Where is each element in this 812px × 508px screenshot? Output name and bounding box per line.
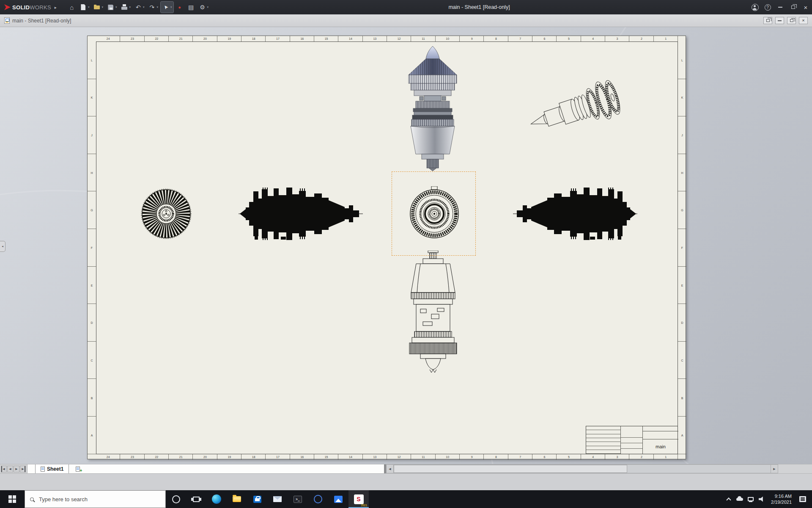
first-sheet-button[interactable]: ◀ bbox=[1, 466, 7, 472]
search-input[interactable] bbox=[38, 496, 144, 503]
drawing-view-left[interactable] bbox=[239, 186, 363, 242]
select-button[interactable]: ➤▾ bbox=[161, 2, 173, 13]
redo-dropdown-arrow[interactable]: ▾ bbox=[156, 6, 158, 9]
drawing-view-isometric[interactable] bbox=[524, 67, 629, 149]
account-button[interactable] bbox=[749, 0, 761, 14]
close-document-button[interactable]: × bbox=[799, 17, 808, 24]
settings-button[interactable]: ⚙▾ bbox=[198, 2, 210, 13]
user-icon bbox=[752, 4, 759, 11]
zone-label: 13 bbox=[363, 454, 387, 460]
volume-button[interactable] bbox=[756, 490, 767, 508]
new-document-button[interactable]: ▾ bbox=[78, 2, 91, 13]
open-dropdown-arrow[interactable]: ▾ bbox=[102, 6, 103, 9]
zone-label: 15 bbox=[314, 454, 338, 460]
drawing-sheet[interactable]: 242322212019181716151413121110987654321 … bbox=[87, 36, 686, 459]
save-button[interactable]: ▾ bbox=[106, 2, 118, 13]
zone-label: F bbox=[678, 229, 686, 267]
redo-button[interactable]: ↷▾ bbox=[147, 2, 159, 13]
print-button[interactable]: ▾ bbox=[119, 2, 132, 13]
taskbar-apps: >_S2021 bbox=[166, 490, 369, 508]
action-center-button[interactable] bbox=[793, 490, 812, 508]
sheet-format-button[interactable]: ▤ bbox=[186, 2, 196, 13]
close-button[interactable]: × bbox=[799, 0, 812, 14]
solidworks-icon: S bbox=[354, 494, 364, 504]
redo-icon: ↷ bbox=[148, 3, 156, 11]
zone-label: 3 bbox=[605, 36, 629, 41]
file-explorer-taskbar-button[interactable] bbox=[227, 490, 247, 508]
save-dropdown-arrow[interactable]: ▾ bbox=[115, 6, 117, 9]
add-sheet-button[interactable]: + bbox=[73, 464, 82, 473]
sheet-format-icon: ▤ bbox=[187, 3, 195, 11]
home-button[interactable]: ⌂ bbox=[67, 2, 77, 13]
last-sheet-button[interactable]: ▶ bbox=[20, 466, 26, 472]
scrollbar-thumb[interactable] bbox=[394, 465, 627, 473]
prev-sheet-button[interactable]: ◀ bbox=[7, 466, 13, 472]
scroll-left-arrow[interactable]: ◀ bbox=[387, 465, 394, 473]
task-view-taskbar-button[interactable] bbox=[186, 490, 206, 508]
scroll-right-arrow[interactable]: ▶ bbox=[771, 465, 778, 473]
media-app-taskbar-button[interactable] bbox=[308, 490, 328, 508]
media-app-icon bbox=[314, 495, 322, 503]
edge-taskbar-button[interactable] bbox=[206, 490, 227, 508]
record-button[interactable]: ● bbox=[175, 2, 185, 13]
tray-expand-icon bbox=[726, 497, 731, 502]
zone-label: 9 bbox=[460, 454, 484, 460]
selected-view-outline[interactable] bbox=[392, 171, 476, 256]
cortana-taskbar-button[interactable] bbox=[166, 490, 186, 508]
tray-expand-button[interactable] bbox=[723, 490, 734, 508]
undo-button[interactable]: ↶▾ bbox=[133, 2, 146, 13]
minimize-button[interactable] bbox=[774, 0, 787, 14]
start-button[interactable] bbox=[0, 490, 25, 508]
restore-document-button[interactable] bbox=[787, 17, 796, 24]
drawing-view-far-left[interactable] bbox=[139, 186, 194, 241]
taskbar-clock[interactable]: 9:16 AM 2/19/2021 bbox=[767, 490, 793, 508]
drawing-view-right[interactable] bbox=[513, 186, 637, 242]
zone-label: J bbox=[678, 116, 686, 154]
taskbar-search[interactable] bbox=[25, 490, 166, 508]
terminal-taskbar-button[interactable]: >_ bbox=[288, 490, 308, 508]
settings-dropdown-arrow[interactable]: ▾ bbox=[207, 6, 209, 9]
photos-app-taskbar-button[interactable] bbox=[328, 490, 348, 508]
help-button[interactable]: ? bbox=[761, 0, 774, 14]
drawing-view-bottom[interactable] bbox=[408, 251, 458, 376]
clock-date: 2/19/2021 bbox=[771, 500, 792, 505]
zone-label: 22 bbox=[145, 454, 169, 460]
cortana-icon bbox=[172, 495, 180, 503]
onedrive-button[interactable] bbox=[734, 490, 745, 508]
document-titlebar: main - Sheet1 [Read-only] × bbox=[0, 14, 812, 27]
taskbar: >_S2021 9:16 AM 2/19/2021 bbox=[0, 490, 812, 508]
drawing-view-top[interactable] bbox=[405, 45, 460, 172]
store-taskbar-button[interactable] bbox=[247, 490, 267, 508]
tab-sheet1[interactable]: Sheet1 bbox=[35, 464, 69, 473]
new-document-dropdown-arrow[interactable]: ▾ bbox=[88, 6, 90, 9]
title-block: main bbox=[586, 426, 678, 454]
zone-label: 10 bbox=[436, 454, 460, 460]
title-block-info-cells bbox=[621, 426, 643, 454]
minimize-document-button[interactable] bbox=[775, 17, 784, 24]
horizontal-scrollbar[interactable]: ◀ ▶ bbox=[386, 464, 778, 473]
zone-label: K bbox=[678, 79, 686, 117]
maximize-button[interactable] bbox=[787, 0, 799, 14]
settings-icon: ⚙ bbox=[199, 3, 206, 11]
cascade-document-button[interactable] bbox=[763, 17, 772, 24]
zone-label: 24 bbox=[96, 454, 120, 460]
undo-dropdown-arrow[interactable]: ▾ bbox=[143, 6, 145, 9]
solidworks-window: SOLIDWORKS ▸ ⌂▾▾▾▾↶▾↷▾➤▾●▤⚙▾ main - Shee… bbox=[0, 0, 812, 508]
panel-collapse-arrow[interactable]: ◂ bbox=[0, 241, 5, 252]
open-icon bbox=[93, 3, 101, 11]
network-button[interactable] bbox=[745, 490, 756, 508]
zones-top: 242322212019181716151413121110987654321 bbox=[96, 36, 678, 41]
mail-taskbar-button[interactable] bbox=[267, 490, 288, 508]
next-sheet-button[interactable]: ▶ bbox=[14, 466, 19, 472]
zone-label: 1 bbox=[654, 454, 678, 460]
zone-label: 19 bbox=[217, 36, 241, 41]
open-button[interactable]: ▾ bbox=[92, 2, 104, 13]
graphics-area[interactable]: 242322212019181716151413121110987654321 … bbox=[0, 27, 812, 464]
solidworks-taskbar-button[interactable]: S2021 bbox=[348, 490, 369, 508]
scrollbar-track[interactable] bbox=[394, 465, 771, 473]
toolbar-expand-icon[interactable]: ▸ bbox=[55, 5, 57, 10]
title-block-revision-table bbox=[586, 426, 621, 454]
zone-label: 21 bbox=[169, 454, 193, 460]
print-dropdown-arrow[interactable]: ▾ bbox=[129, 6, 131, 9]
zone-label: G bbox=[678, 192, 686, 229]
